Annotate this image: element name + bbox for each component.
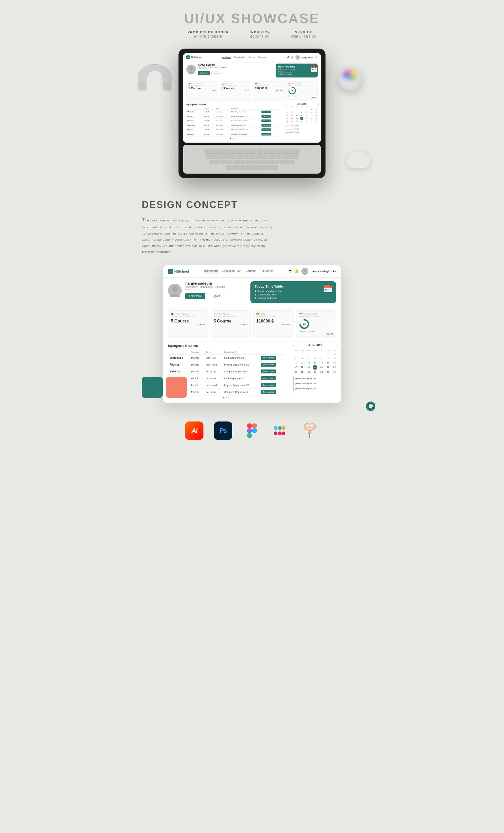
key[interactable] bbox=[266, 160, 271, 164]
calendar-day[interactable]: 19 bbox=[294, 117, 299, 120]
dot-3[interactable] bbox=[235, 138, 236, 139]
edit-profile-button[interactable]: Edit Profile bbox=[198, 71, 210, 75]
key[interactable] bbox=[246, 160, 252, 164]
key[interactable] bbox=[284, 149, 289, 153]
large-nav-courses[interactable]: Courses bbox=[245, 269, 256, 273]
key[interactable] bbox=[272, 160, 278, 164]
large-calendar-day[interactable]: 24 bbox=[293, 370, 299, 374]
large-calendar-day[interactable]: 4 bbox=[299, 357, 306, 361]
large-calendar-day[interactable]: 7 bbox=[318, 357, 325, 361]
key[interactable] bbox=[282, 154, 288, 159]
take-course-button[interactable]: Take course bbox=[261, 119, 271, 122]
large-calendar-day[interactable]: 13 bbox=[312, 361, 318, 365]
calendar-day[interactable]: 2 bbox=[314, 108, 319, 111]
key[interactable] bbox=[223, 154, 229, 159]
take-course-button[interactable]: Take course bbox=[261, 133, 271, 136]
key[interactable] bbox=[256, 154, 261, 159]
key[interactable] bbox=[211, 149, 217, 153]
large-dot-1[interactable] bbox=[223, 397, 224, 398]
calendar-day[interactable]: 15 bbox=[309, 114, 314, 117]
key[interactable] bbox=[285, 160, 295, 164]
large-nav-dashboard[interactable]: dashboard bbox=[204, 269, 218, 273]
key[interactable] bbox=[205, 149, 211, 153]
large-take-course-button[interactable]: Take course bbox=[261, 390, 276, 394]
large-take-course-button[interactable]: Take course bbox=[261, 363, 276, 366]
calendar-day[interactable]: 22 bbox=[309, 117, 314, 120]
key[interactable] bbox=[224, 149, 230, 153]
calendar-day[interactable]: 9 bbox=[314, 111, 319, 114]
large-calendar-day[interactable]: 25 bbox=[299, 370, 306, 374]
large-bell-icon[interactable]: 🔔 bbox=[294, 269, 299, 273]
large-calendar-day[interactable]: 15 bbox=[325, 361, 331, 365]
large-calendar-day[interactable]: 2 bbox=[331, 352, 338, 356]
take-course-button[interactable]: Take course bbox=[261, 115, 271, 118]
refresh-icon[interactable]: ↻ bbox=[315, 56, 318, 58]
large-calendar-day[interactable]: 30 bbox=[331, 370, 338, 374]
large-calendar-day[interactable]: 17 bbox=[293, 365, 299, 370]
calendar-day[interactable]: 26 bbox=[294, 120, 299, 123]
large-calendar-day[interactable]: 20 bbox=[313, 365, 317, 370]
key[interactable] bbox=[238, 149, 243, 153]
large-calendar-day[interactable]: 22 bbox=[325, 365, 331, 370]
key[interactable] bbox=[277, 149, 283, 153]
take-course-button[interactable]: Take course bbox=[261, 128, 271, 131]
large-logout-button[interactable]: Logout bbox=[208, 293, 224, 300]
key[interactable] bbox=[249, 154, 255, 159]
dot-2[interactable] bbox=[232, 138, 234, 139]
key[interactable] bbox=[220, 160, 225, 164]
nav-education-plan[interactable]: Education Plan bbox=[234, 56, 246, 58]
large-calendar-day[interactable]: 5 bbox=[306, 357, 312, 361]
bell-icon[interactable]: 🔔 bbox=[291, 56, 294, 58]
key[interactable] bbox=[210, 160, 219, 164]
large-dot-3[interactable] bbox=[227, 397, 229, 398]
logout-button[interactable]: Logout bbox=[211, 71, 221, 75]
calendar-day[interactable]: 6 bbox=[299, 111, 304, 114]
calendar-day[interactable]: 29 bbox=[309, 120, 314, 123]
large-take-course-button[interactable]: Take course bbox=[261, 356, 276, 360]
large-calendar-day[interactable]: 8 bbox=[325, 357, 331, 361]
large-dot-2[interactable] bbox=[225, 397, 226, 398]
nav-courses[interactable]: Courses bbox=[248, 56, 256, 58]
calendar-day[interactable]: 13 bbox=[299, 114, 304, 117]
large-calendar-day[interactable]: 1 bbox=[325, 352, 331, 356]
settings-icon[interactable]: ⚙ bbox=[287, 56, 289, 58]
large-take-course-button[interactable]: Take course bbox=[261, 383, 276, 387]
key[interactable] bbox=[268, 165, 278, 169]
large-calendar-day[interactable]: 14 bbox=[318, 361, 325, 365]
calendar-day[interactable]: 3 bbox=[285, 111, 290, 114]
large-calendar-day[interactable]: 11 bbox=[299, 361, 306, 365]
calendar-day[interactable]: 16 bbox=[314, 114, 319, 117]
calendar-day[interactable]: 10 bbox=[285, 114, 290, 117]
large-nav-education[interactable]: Education Plan bbox=[222, 269, 241, 273]
key[interactable] bbox=[257, 149, 263, 153]
key[interactable] bbox=[233, 160, 239, 164]
calendar-day[interactable]: 18 bbox=[290, 117, 294, 120]
large-calendar-day[interactable]: 12 bbox=[306, 361, 312, 365]
large-calendar-day[interactable]: 19 bbox=[306, 365, 312, 370]
key[interactable] bbox=[226, 160, 232, 164]
key[interactable] bbox=[243, 154, 248, 159]
calendar-day[interactable]: 25 bbox=[290, 120, 294, 123]
calendar-day[interactable]: 23 bbox=[314, 117, 319, 120]
next-month-icon[interactable]: › bbox=[318, 103, 319, 105]
large-calendar-day[interactable]: 21 bbox=[318, 365, 325, 370]
calendar-day[interactable]: 24 bbox=[285, 120, 290, 123]
calendar-day[interactable]: 11 bbox=[290, 114, 294, 117]
key[interactable] bbox=[226, 165, 236, 169]
large-calendar-day[interactable]: 10 bbox=[293, 361, 299, 365]
calendar-day[interactable]: 8 bbox=[309, 111, 314, 114]
calendar-day[interactable]: 1 bbox=[309, 108, 314, 111]
large-calendar-day[interactable]: 16 bbox=[331, 361, 338, 365]
key[interactable] bbox=[279, 160, 285, 164]
large-edit-button[interactable]: Edit Profile bbox=[185, 293, 205, 300]
nav-payments[interactable]: Payments bbox=[258, 56, 266, 58]
key[interactable] bbox=[251, 149, 257, 153]
large-refresh-icon[interactable]: ↻ bbox=[333, 269, 336, 273]
key[interactable] bbox=[218, 149, 224, 153]
large-calendar-day[interactable]: 29 bbox=[325, 370, 331, 374]
prev-month-icon[interactable]: ‹ bbox=[285, 103, 285, 105]
calendar-day[interactable]: 17 bbox=[285, 117, 290, 120]
key[interactable] bbox=[288, 154, 298, 159]
large-settings-icon[interactable]: ⚙ bbox=[288, 269, 292, 273]
calendar-day[interactable]: 5 bbox=[294, 111, 299, 114]
